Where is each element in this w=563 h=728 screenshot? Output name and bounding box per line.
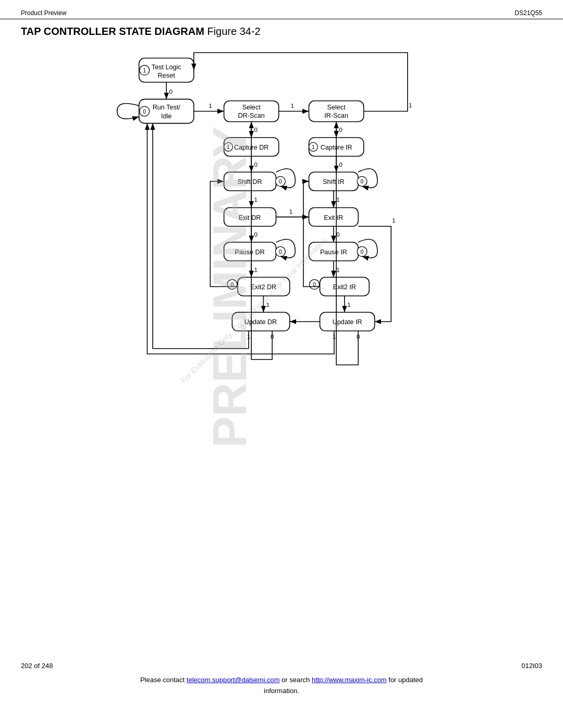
svg-text:0: 0 [169,89,172,95]
svg-text:1: 1 [143,67,146,73]
svg-text:1: 1 [209,103,212,109]
svg-text:IR-Scan: IR-Scan [324,112,348,119]
state-diagram: Test Logic Reset 1 0 Run Test/ Idle 0 1 … [0,42,563,469]
svg-text:Exit DR: Exit DR [239,214,261,221]
svg-text:1: 1 [347,302,350,308]
page-header: Product Preview DS21Q55 [0,0,563,19]
svg-text:0: 0 [339,127,342,133]
svg-text:1: 1 [392,217,395,224]
page-number: 202 of 248 [21,662,53,670]
svg-text:Select: Select [242,104,261,111]
page-footer: 202 of 248 012I03 Please contact telecom… [0,662,563,697]
contact-mid: or search [279,676,311,684]
svg-text:1: 1 [254,196,257,203]
svg-text:Idle: Idle [161,113,172,120]
svg-text:0: 0 [254,127,257,133]
svg-text:Update DR: Update DR [244,318,277,326]
svg-text:Shift IR: Shift IR [323,178,344,186]
svg-text:Test Logic: Test Logic [152,64,181,71]
svg-text:1: 1 [266,302,270,308]
svg-text:1: 1 [312,144,315,150]
svg-text:1: 1 [227,144,230,150]
contact-info: Please contact telecom.support@dalsemi.c… [0,675,563,697]
title-normal: Figure 34-2 [204,26,261,37]
header-right: DS21Q55 [515,9,542,17]
svg-text:0: 0 [339,162,342,168]
page-title: TAP CONTROLLER STATE DIAGRAM Figure 34-2 [21,26,542,38]
svg-text:DR-Scan: DR-Scan [238,112,265,119]
contact-last: information. [264,687,299,695]
page-title-area: TAP CONTROLLER STATE DIAGRAM Figure 34-2 [0,19,563,42]
svg-text:Pause IR: Pause IR [320,249,347,256]
title-bold: TAP CONTROLLER STATE DIAGRAM [21,26,204,37]
svg-text:Pause DR: Pause DR [235,249,264,256]
contact-url[interactable]: http://www.maxim-ic.com [312,676,387,684]
doc-code: 012I03 [521,662,542,670]
svg-text:1: 1 [336,196,339,203]
svg-text:Exit IR: Exit IR [324,214,343,221]
diagram-container: Test Logic Reset 1 0 Run Test/ Idle 0 1 … [0,42,563,469]
svg-text:1: 1 [336,267,339,273]
svg-text:Update IR: Update IR [333,318,362,326]
contact-suffix: for updated [387,676,423,684]
svg-text:1: 1 [254,267,257,273]
svg-text:0: 0 [361,249,364,255]
svg-text:0: 0 [361,178,364,184]
svg-text:1: 1 [289,208,292,215]
svg-text:Select: Select [327,104,346,111]
svg-text:1: 1 [291,103,294,109]
svg-text:Reset: Reset [158,72,175,79]
svg-text:0: 0 [254,162,257,168]
svg-text:Shift DR: Shift DR [238,178,262,186]
contact-email[interactable]: telecom.support@dalsemi.com [187,676,280,684]
svg-text:Exit2 DR: Exit2 DR [250,283,276,291]
page-number-row: 202 of 248 012I03 [0,662,563,670]
svg-text:0: 0 [143,108,146,115]
svg-text:0: 0 [279,249,282,255]
contact-prefix: Please contact [140,676,187,684]
svg-text:Run Test/: Run Test/ [153,104,181,111]
header-left: Product Preview [21,9,66,17]
svg-text:0: 0 [336,231,339,238]
svg-text:0: 0 [279,178,282,184]
svg-text:1: 1 [409,102,412,108]
svg-text:0: 0 [254,231,257,238]
